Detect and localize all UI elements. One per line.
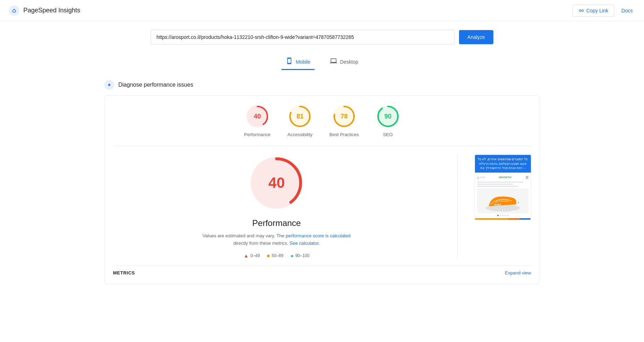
dot-1 bbox=[497, 215, 499, 216]
copy-link-button[interactable]: Copy Link bbox=[573, 5, 614, 17]
svg-point-4 bbox=[108, 84, 110, 86]
best-practices-circle: 78 bbox=[332, 104, 356, 128]
best-practices-score: 78 bbox=[341, 113, 348, 120]
logo-area: PageSpeed Insights bbox=[8, 5, 80, 16]
best-practices-label: Best Practices bbox=[330, 132, 359, 137]
performance-circle: 40 bbox=[245, 104, 269, 128]
shoe-image: HOKA › bbox=[483, 190, 522, 211]
screenshot-nav-icons: △ ○ □ bbox=[477, 176, 485, 179]
performance-label: Performance bbox=[244, 132, 270, 137]
mobile-tab-label: Mobile bbox=[296, 59, 310, 65]
desktop-icon bbox=[330, 57, 337, 66]
detail-description: Values are estimated and may vary. The p… bbox=[199, 232, 354, 247]
color-bar bbox=[475, 218, 531, 220]
detail-title: Performance bbox=[252, 218, 301, 228]
section-icon bbox=[104, 80, 114, 90]
logo-icon bbox=[8, 5, 20, 16]
screenshot-shoe-area: HOKA › bbox=[477, 189, 529, 213]
dot-5 bbox=[507, 215, 509, 216]
text-line-3 bbox=[477, 186, 518, 187]
orange-square-icon: ■ bbox=[267, 253, 270, 259]
screenshot-menu-icon: ☰ bbox=[526, 175, 529, 179]
screenshot-logo: GROWTH bbox=[499, 176, 511, 179]
desktop-tab-label: Desktop bbox=[340, 59, 358, 65]
red-triangle-icon: ▲ bbox=[244, 253, 249, 259]
svg-text:HOKA: HOKA bbox=[494, 203, 501, 206]
mobile-icon bbox=[286, 57, 293, 66]
big-performance-score: 40 bbox=[268, 174, 285, 191]
section-header: Diagnose performance issues bbox=[104, 80, 540, 90]
screenshot-banner-text: כל המוצרים שמחפשים אחרים, לא כל פעם תמצא… bbox=[478, 157, 528, 170]
color-bar-blue bbox=[520, 218, 531, 220]
vertical-divider bbox=[457, 155, 458, 259]
legend-green-range: 90–100 bbox=[295, 253, 309, 258]
dot-4 bbox=[505, 215, 506, 216]
accessibility-label: Accessibility bbox=[288, 132, 313, 137]
tab-mobile[interactable]: Mobile bbox=[282, 54, 314, 70]
detail-left: 40 Performance Values are estimated and … bbox=[113, 155, 440, 259]
performance-score-link[interactable]: performance score is calculated bbox=[286, 233, 351, 238]
seo-circle: 90 bbox=[376, 104, 400, 128]
url-bar-container: Analyze bbox=[104, 30, 540, 45]
section-title: Diagnose performance issues bbox=[118, 82, 193, 88]
tabs-container: Mobile Desktop bbox=[104, 54, 540, 70]
screenshot-body: △ ○ □ GROWTH ☰ bbox=[475, 173, 531, 218]
analyze-button[interactable]: Analyze bbox=[459, 30, 494, 44]
metrics-label: METRICS bbox=[113, 270, 135, 276]
score-item-performance[interactable]: 40 Performance bbox=[244, 104, 270, 137]
seo-label: SEO bbox=[383, 132, 393, 137]
scores-row: 40 Performance 81 Accessibility bbox=[113, 104, 531, 146]
header-actions: Copy Link Docs bbox=[573, 5, 636, 17]
screenshot-banner: כל המוצרים שמחפשים אחרים, לא כל פעם תמצא… bbox=[475, 155, 531, 173]
docs-button[interactable]: Docs bbox=[619, 5, 636, 16]
metrics-bar: METRICS Expand view bbox=[113, 266, 531, 276]
main-content: Analyze Mobile Desktop bbox=[96, 21, 549, 293]
accessibility-score: 81 bbox=[296, 113, 303, 120]
legend-red: ▲ 0–49 bbox=[244, 253, 260, 259]
legend-orange: ■ 50–89 bbox=[267, 253, 284, 259]
screenshot-nav: △ ○ □ GROWTH ☰ bbox=[477, 175, 529, 180]
score-card: 40 Performance 81 Accessibility bbox=[104, 95, 540, 284]
tab-desktop[interactable]: Desktop bbox=[326, 54, 362, 70]
big-score-circle: 40 bbox=[248, 155, 305, 211]
text-line-2 bbox=[477, 184, 513, 185]
screenshot-dots bbox=[477, 215, 529, 216]
color-bar-orange bbox=[508, 218, 520, 220]
score-item-accessibility[interactable]: 81 Accessibility bbox=[288, 104, 313, 137]
svg-point-2 bbox=[13, 10, 15, 12]
expand-view-link[interactable]: Expand view bbox=[505, 270, 531, 276]
green-circle-icon: ● bbox=[290, 253, 293, 259]
screenshot-container: כל המוצרים שמחפשים אחרים, לא כל פעם תמצא… bbox=[475, 155, 531, 220]
dot-2 bbox=[500, 215, 501, 216]
legend-green: ● 90–100 bbox=[290, 253, 309, 259]
legend-orange-range: 50–89 bbox=[272, 253, 283, 258]
score-item-seo[interactable]: 90 SEO bbox=[376, 104, 400, 137]
detail-section: 40 Performance Values are estimated and … bbox=[113, 155, 531, 259]
accessibility-circle: 81 bbox=[288, 104, 312, 128]
calculator-link[interactable]: See calculator. bbox=[290, 240, 320, 246]
detail-right: כל המוצרים שמחפשים אחרים, לא כל פעם תמצא… bbox=[475, 155, 531, 259]
screenshot-text-lines bbox=[477, 181, 529, 187]
url-input[interactable] bbox=[151, 30, 455, 45]
color-bar-yellow bbox=[475, 218, 509, 220]
link-icon bbox=[579, 8, 584, 13]
score-item-best-practices[interactable]: 78 Best Practices bbox=[330, 104, 359, 137]
header: PageSpeed Insights Copy Link Docs bbox=[0, 0, 644, 21]
seo-score: 90 bbox=[384, 113, 391, 120]
performance-score: 40 bbox=[254, 113, 261, 120]
dot-3 bbox=[502, 215, 504, 216]
text-line-1 bbox=[477, 181, 523, 183]
copy-link-label: Copy Link bbox=[586, 8, 608, 13]
svg-text:›: › bbox=[518, 201, 519, 204]
legend-row: ▲ 0–49 ■ 50–89 ● 90–100 bbox=[244, 253, 309, 259]
legend-red-range: 0–49 bbox=[250, 253, 260, 258]
app-title: PageSpeed Insights bbox=[23, 7, 80, 14]
